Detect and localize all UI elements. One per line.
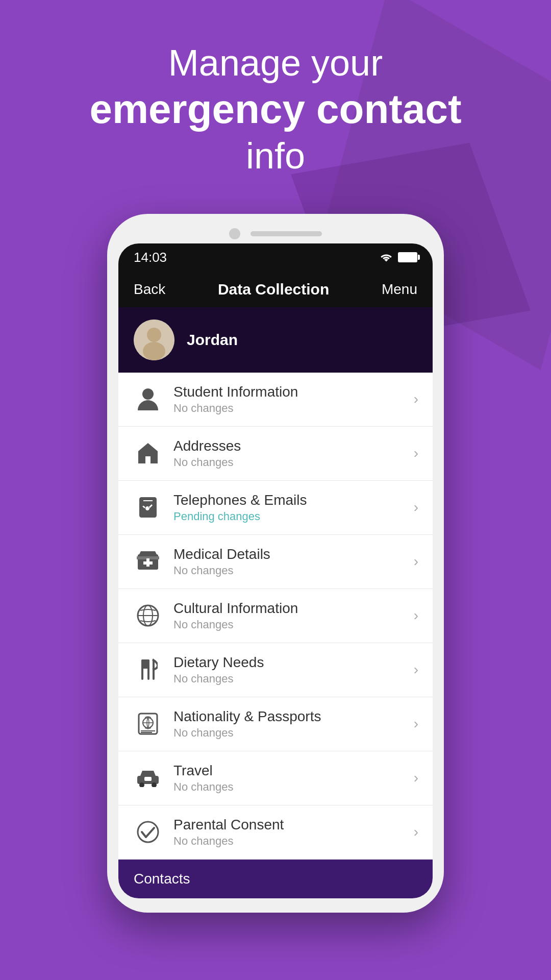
battery-icon [398,252,417,262]
dietary-chevron: › [414,662,418,678]
wifi-icon [380,252,393,262]
utensils-icon [138,658,158,681]
student-info-chevron: › [414,391,418,407]
globe-icon [137,604,159,627]
consent-icon-wrap [133,821,163,843]
cultural-chevron: › [414,607,418,624]
menu-item-nationality-passports[interactable]: Nationality & Passports No changes › [118,697,433,751]
student-info-subtitle: No changes [173,402,414,415]
student-info-title: Student Information [173,384,414,400]
contacts-bar[interactable]: Contacts [118,860,433,898]
nationality-title: Nationality & Passports [173,708,414,725]
addresses-chevron: › [414,445,418,461]
telephones-chevron: › [414,499,418,516]
consent-chevron: › [414,824,418,840]
nationality-chevron: › [414,716,418,732]
telephones-title: Telephones & Emails [173,492,414,508]
app-header: Manage your emergency contact info [0,0,551,204]
travel-text: Travel No changes [163,763,414,794]
cultural-title: Cultural Information [173,600,414,617]
medical-text: Medical Details No changes [163,546,414,577]
svg-rect-7 [143,561,153,565]
dietary-title: Dietary Needs [173,654,414,671]
student-info-icon-wrap [133,388,163,410]
cultural-icon-wrap [133,604,163,627]
phone-body: 14:03 Back Data Collection Menu [107,214,444,913]
checkmark-icon [137,821,159,843]
telephones-icon-wrap [133,496,163,519]
consent-text: Parental Consent No changes [163,817,414,848]
back-button[interactable]: Back [134,281,165,298]
dietary-text: Dietary Needs No changes [163,654,414,685]
medical-subtitle: No changes [173,564,414,577]
header-line3: info [31,134,520,178]
addresses-text: Addresses No changes [163,438,414,469]
header-line2: emergency contact [31,85,520,134]
avatar-image [134,320,174,360]
medical-icon-wrap [133,550,163,573]
student-info-text: Student Information No changes [163,384,414,415]
passport-icon [138,713,158,735]
travel-title: Travel [173,763,414,779]
menu-button[interactable]: Menu [382,281,417,298]
header-line1: Manage your [31,41,520,85]
menu-item-dietary-needs[interactable]: Dietary Needs No changes › [118,643,433,697]
svg-rect-13 [141,659,149,669]
phone-notch [118,228,433,239]
menu-item-cultural-info[interactable]: Cultural Information No changes › [118,589,433,643]
dietary-icon-wrap [133,658,163,681]
travel-subtitle: No changes [173,780,414,794]
medical-chevron: › [414,553,418,570]
cultural-text: Cultural Information No changes [163,600,414,631]
menu-item-medical-details[interactable]: Medical Details No changes › [118,535,433,589]
user-header: Jordan [118,307,433,373]
nationality-subtitle: No changes [173,726,414,740]
menu-item-parental-consent[interactable]: Parental Consent No changes › [118,805,433,860]
dietary-subtitle: No changes [173,672,414,685]
phone-mockup: 14:03 Back Data Collection Menu [0,214,551,913]
medical-icon [137,550,159,573]
medical-title: Medical Details [173,546,414,562]
svg-point-2 [143,342,165,360]
passport-icon-wrap [133,713,163,735]
status-icons [380,252,417,262]
consent-title: Parental Consent [173,817,414,833]
status-bar: 14:03 [118,243,433,272]
phone-speaker [251,231,322,236]
phone-screen: 14:03 Back Data Collection Menu [118,243,433,898]
menu-item-student-info[interactable]: Student Information No changes › [118,373,433,427]
menu-item-travel[interactable]: Travel No changes › [118,751,433,805]
phone-icon [138,496,158,519]
travel-chevron: › [414,770,418,786]
page-title: Data Collection [218,281,329,298]
nationality-text: Nationality & Passports No changes [163,708,414,740]
travel-icon-wrap [133,769,163,787]
car-icon [136,769,160,787]
menu-item-addresses[interactable]: Addresses No changes › [118,427,433,481]
addresses-subtitle: No changes [173,456,414,469]
home-icon [137,442,159,464]
status-time: 14:03 [134,250,167,265]
nav-bar: Back Data Collection Menu [118,272,433,307]
telephones-subtitle: Pending changes [173,510,414,523]
svg-rect-23 [144,777,152,781]
menu-item-telephones-emails[interactable]: Telephones & Emails Pending changes › [118,481,433,535]
menu-list: Student Information No changes › Address… [118,373,433,860]
consent-subtitle: No changes [173,835,414,848]
contacts-bar-label: Contacts [134,871,190,887]
addresses-icon-wrap [133,442,163,464]
user-name: Jordan [187,331,238,349]
svg-point-1 [147,328,161,342]
svg-point-3 [142,388,154,400]
person-icon [138,388,158,410]
avatar [134,320,174,360]
cultural-subtitle: No changes [173,618,414,631]
addresses-title: Addresses [173,438,414,454]
telephones-text: Telephones & Emails Pending changes [163,492,414,523]
phone-camera [229,228,240,239]
